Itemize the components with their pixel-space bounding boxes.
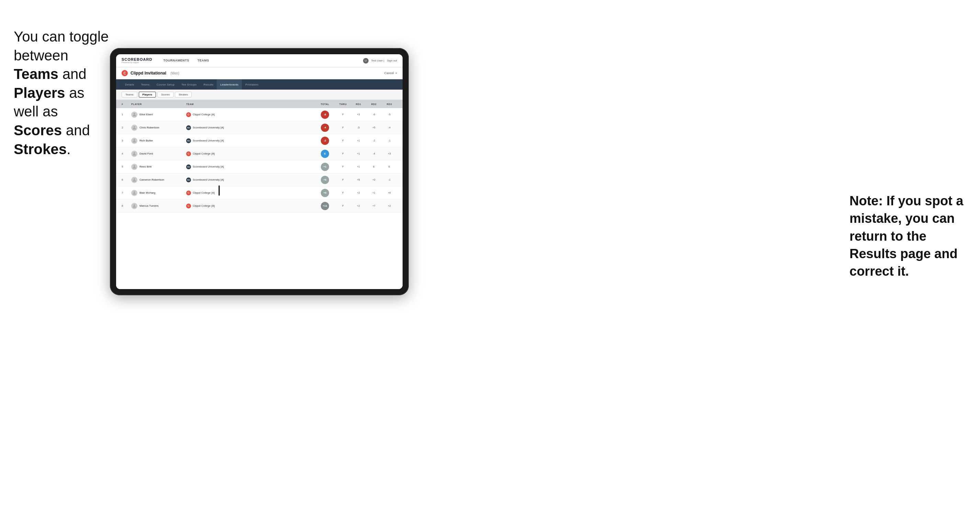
score-badge: -8 (321, 111, 329, 119)
row-rd2: -6 (366, 113, 382, 116)
score-badge: E (321, 150, 329, 158)
table-row[interactable]: 6 Cameron Robertson SU Scoreboard Univer… (116, 173, 402, 186)
tab-teams[interactable]: Teams (138, 79, 153, 90)
toggle-players[interactable]: Players (139, 92, 156, 97)
row-rd2: +7 (366, 204, 382, 207)
tournament-subtitle: (Men) (170, 71, 179, 75)
row-rd1: -5 (351, 126, 366, 129)
row-pos: 2 (122, 126, 131, 129)
player-name: Rich Butler (140, 139, 153, 142)
team-logo: C (186, 203, 191, 208)
team-name: Clippd College [A] (193, 152, 215, 155)
row-team: C Clippd College [A] (186, 203, 315, 208)
nav-teams[interactable]: TEAMS (193, 54, 213, 67)
player-name: Rees Britt (140, 165, 151, 168)
tab-course-setup[interactable]: Course Setup (153, 79, 178, 90)
user-avatar: U (363, 58, 369, 63)
row-total: +6 (315, 176, 335, 184)
row-total: -8 (315, 111, 335, 119)
row-team: C Clippd College [A] (186, 190, 315, 195)
row-rd1: +3 (351, 113, 366, 116)
tab-printables[interactable]: Printables (242, 79, 262, 90)
col-player: PLAYER (131, 103, 186, 105)
user-name: Test User | (371, 59, 384, 62)
row-rd3: +2 (382, 204, 397, 207)
col-rd3: RD3 (382, 103, 397, 105)
team-logo: C (186, 190, 191, 195)
nav-tournaments[interactable]: TOURNAMENTS (159, 54, 193, 67)
row-rd2: +2 (366, 178, 382, 181)
row-pos: 3 (122, 139, 131, 142)
row-rd3: -4 (382, 126, 397, 129)
tablet-side-button (218, 186, 220, 196)
col-total: TOTAL (315, 103, 335, 105)
row-rd3: -1 (382, 139, 397, 142)
table-row[interactable]: 8 Marcus Turners C Clippd College [A] +1… (116, 200, 402, 213)
team-name: Clippd College [A] (193, 191, 215, 194)
tab-details[interactable]: Details (122, 79, 138, 90)
row-thru: F (335, 152, 351, 155)
row-player: Rees Britt (131, 164, 186, 170)
table-row[interactable]: 5 Rees Britt SU Scoreboard University [A… (116, 160, 402, 173)
svg-point-1 (134, 113, 135, 115)
team-name: Scoreboard University [A] (193, 178, 224, 181)
leaderboard-table: # PLAYER TEAM TOTAL THRU RD1 RD2 RD3 1 E… (116, 100, 402, 289)
scoreboard-logo: SCOREBOARD Powered by clippd (122, 58, 152, 63)
toggle-scores[interactable]: Scores (158, 92, 173, 97)
player-name: Marcus Turners (140, 204, 159, 207)
tab-leaderboards[interactable]: Leaderboards (217, 79, 242, 90)
team-logo: SU (186, 165, 191, 169)
player-name: David Ford (140, 152, 153, 155)
tab-results[interactable]: Results (200, 79, 217, 90)
toggle-teams[interactable]: Teams (122, 92, 137, 97)
left-annotation: You can toggle between Teams and Players… (14, 27, 110, 159)
player-avatar (131, 151, 137, 157)
row-thru: F (335, 204, 351, 207)
svg-point-8 (134, 204, 135, 206)
player-avatar (131, 111, 137, 118)
row-rd3: +6 (382, 191, 397, 194)
player-name: Elliot Ebert (140, 113, 153, 116)
row-rd1: +5 (351, 178, 366, 181)
sign-out-link[interactable]: Sign out (387, 59, 397, 62)
row-team: SU Scoreboard University [A] (186, 165, 315, 169)
row-pos: 1 (122, 113, 131, 116)
row-rd2: +1 (366, 191, 382, 194)
row-total: +11 (315, 202, 335, 210)
team-name: Scoreboard University [A] (193, 139, 224, 142)
row-pos: 6 (122, 178, 131, 181)
team-logo: C (186, 112, 191, 117)
player-avatar (131, 177, 137, 183)
player-avatar (131, 125, 137, 131)
team-logo: SU (186, 125, 191, 130)
table-row[interactable]: 2 Chris Robertson SU Scoreboard Universi… (116, 121, 402, 134)
tournament-logo: C (122, 70, 128, 76)
tournament-title: C Clippd Invitational (Men) (122, 70, 179, 76)
player-name: Blair McHarg (140, 191, 155, 194)
table-row[interactable]: 3 Rich Butler SU Scoreboard University [… (116, 134, 402, 147)
team-name: Clippd College [A] (193, 204, 215, 207)
player-avatar (131, 203, 137, 209)
player-name: Chris Robertson (140, 126, 159, 129)
tab-tee-groups[interactable]: Tee Groups (178, 79, 200, 90)
player-avatar (131, 190, 137, 196)
col-rd2: RD2 (366, 103, 382, 105)
tablet-screen: SCOREBOARD Powered by clippd TOURNAMENTS… (116, 54, 402, 289)
row-rd2: E (366, 165, 382, 168)
row-pos: 7 (122, 191, 131, 194)
table-row[interactable]: 7 Blair McHarg C Clippd College [A] +8 F… (116, 186, 402, 200)
player-name: Cameron Robertson (140, 178, 164, 181)
powered-by: Powered by clippd (122, 62, 152, 63)
svg-point-7 (134, 191, 135, 193)
col-rd1: RD1 (351, 103, 366, 105)
nav-links: TOURNAMENTS TEAMS (159, 54, 363, 67)
toggle-strokes[interactable]: Strokes (175, 92, 192, 97)
row-rd3: E (382, 165, 397, 168)
table-row[interactable]: 1 Elliot Ebert C Clippd College [A] -8 F… (116, 108, 402, 121)
row-total: -2 (315, 137, 335, 145)
nav-right: U Test User | Sign out (363, 58, 397, 63)
col-team: TEAM (186, 103, 315, 105)
team-logo: SU (186, 138, 191, 143)
table-row[interactable]: 4 David Ford C Clippd College [A] E F +1… (116, 147, 402, 160)
cancel-button[interactable]: Cancel × (384, 71, 397, 75)
